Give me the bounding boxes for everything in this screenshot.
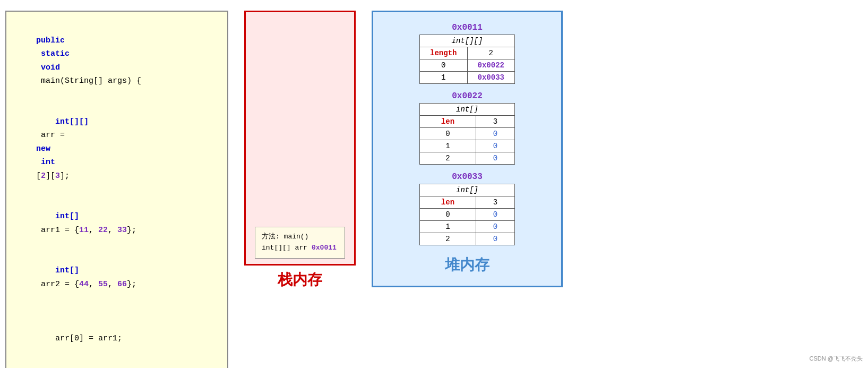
- brace2: };: [127, 280, 136, 289]
- table-cell: 0: [420, 128, 476, 140]
- num-55: 55: [98, 280, 108, 289]
- array-type-0x0022: int[]: [420, 104, 515, 116]
- code-line-blank: [17, 305, 217, 319]
- code-line-1: public static void main(String[] args) {: [17, 20, 217, 101]
- keyword-public: public: [36, 36, 65, 45]
- code-line-2: int[][] arr = new int [2][3];: [17, 101, 217, 196]
- keyword-void: void: [36, 63, 60, 72]
- code-panel: public static void main(String[] args) {…: [5, 11, 228, 368]
- keyword-static: static: [36, 49, 70, 58]
- array-table-0x0011: int[][] length 2 0 0x0022 1 0x0033: [419, 35, 515, 84]
- table-row: 2 0: [420, 152, 515, 165]
- stack-var-name: arr: [295, 243, 307, 254]
- code-line-6: arr[1] = arr2;: [17, 359, 217, 369]
- bracket2: ];: [60, 172, 70, 181]
- table-cell: 1: [420, 72, 468, 84]
- table-cell: 0: [476, 128, 514, 140]
- stack-var-value: 0x0011: [312, 243, 337, 254]
- stack-panel: 方法: main() int[][] arr 0x0011 栈内存: [239, 11, 361, 290]
- table-cell: 0: [476, 221, 514, 233]
- table-cell: len: [420, 196, 476, 209]
- table-cell: 2: [420, 152, 476, 165]
- type-int-1d-1: int[]: [36, 212, 79, 221]
- array-addr-0x0022: 0x0022: [452, 91, 483, 101]
- table-cell: 0x0022: [467, 59, 515, 72]
- table-cell: 0: [476, 209, 514, 221]
- table-cell: 0x0033: [467, 72, 515, 84]
- array-table-0x0033: int[] len 3 0 0 1 0 2 0: [419, 184, 515, 245]
- num-66: 66: [117, 280, 127, 289]
- array-block-0x0022: 0x0022 int[] len 3 0 0 1 0: [419, 91, 515, 165]
- num-11: 11: [79, 226, 89, 235]
- arr-size: [: [36, 172, 41, 181]
- table-row: 0 0: [420, 209, 515, 221]
- table-row: 0 0: [420, 128, 515, 140]
- table-row: 1 0x0033: [420, 72, 515, 84]
- code-line-4: int[] arr2 = {44, 55, 66};: [17, 251, 217, 305]
- table-row: 0 0x0022: [420, 59, 515, 72]
- array-type-0x0033: int[]: [420, 184, 515, 196]
- var-arr2-decl: arr2 = {: [36, 280, 79, 289]
- code-line-5: arr[0] = arr1;: [17, 318, 217, 359]
- table-row: length 2: [420, 47, 515, 59]
- bracket1: ][: [46, 172, 55, 181]
- stack-box: 方法: main() int[][] arr 0x0011: [244, 11, 356, 266]
- arr0-assign: arr[0] = arr1;: [36, 334, 122, 343]
- array-block-0x0011: 0x0011 int[][] length 2 0 0x0022 1 0x003…: [419, 23, 515, 84]
- comma2: ,: [108, 226, 117, 235]
- stack-frame: 方法: main() int[][] arr 0x0011: [255, 227, 345, 259]
- table-cell: 2: [467, 47, 515, 59]
- stack-var-row: int[][] arr 0x0011: [262, 243, 338, 254]
- table-cell: 2: [420, 233, 476, 245]
- table-cell: 0: [420, 59, 468, 72]
- table-cell: 0: [476, 152, 514, 165]
- table-cell: length: [420, 47, 468, 59]
- array-block-0x0033: 0x0033 int[] len 3 0 0 1 0: [419, 172, 515, 245]
- brace1: };: [127, 226, 136, 235]
- table-cell: 0: [476, 233, 514, 245]
- keyword-new: new: [36, 144, 50, 153]
- array-type-0x0011: int[][]: [420, 35, 515, 47]
- table-row: len 3: [420, 116, 515, 128]
- num-33: 33: [117, 226, 127, 235]
- comma1: ,: [89, 226, 98, 235]
- watermark: CSDN @飞飞不秃头: [810, 355, 863, 363]
- type-int-new: int: [36, 158, 55, 167]
- table-cell: 3: [476, 116, 514, 128]
- num-3: 3: [55, 172, 60, 181]
- table-row: 2 0: [420, 233, 515, 245]
- table-cell: 0: [476, 140, 514, 152]
- method-name: main(String[] args) {: [36, 76, 141, 85]
- table-cell: 1: [420, 221, 476, 233]
- var-arr-decl: arr =: [36, 131, 70, 140]
- num-2: 2: [41, 172, 46, 181]
- array-table-0x0022: int[] len 3 0 0 1 0 2 0: [419, 103, 515, 165]
- var-arr1-decl: arr1 = {: [36, 226, 79, 235]
- stack-label: 栈内存: [278, 270, 322, 290]
- table-row: len 3: [420, 196, 515, 209]
- table-cell: len: [420, 116, 476, 128]
- stack-method-label: 方法: main(): [262, 232, 338, 243]
- comma3: ,: [89, 280, 98, 289]
- table-cell: 3: [476, 196, 514, 209]
- type-int-1d-2: int[]: [36, 266, 79, 275]
- array-addr-0x0033: 0x0033: [452, 172, 483, 182]
- heap-label: 堆内存: [445, 255, 489, 275]
- table-row: 1 0: [420, 140, 515, 152]
- comma4: ,: [108, 280, 117, 289]
- num-44: 44: [79, 280, 89, 289]
- type-int-2d: int[][]: [36, 117, 89, 126]
- table-cell: 0: [420, 209, 476, 221]
- table-cell: 1: [420, 140, 476, 152]
- stack-var-type: int[][]: [262, 243, 291, 254]
- heap-panel: 0x0011 int[][] length 2 0 0x0022 1 0x003…: [372, 11, 563, 287]
- array-addr-0x0011: 0x0011: [452, 23, 483, 32]
- table-row: 1 0: [420, 221, 515, 233]
- code-line-3: int[] arr1 = {11, 22, 33};: [17, 196, 217, 251]
- num-22: 22: [98, 226, 108, 235]
